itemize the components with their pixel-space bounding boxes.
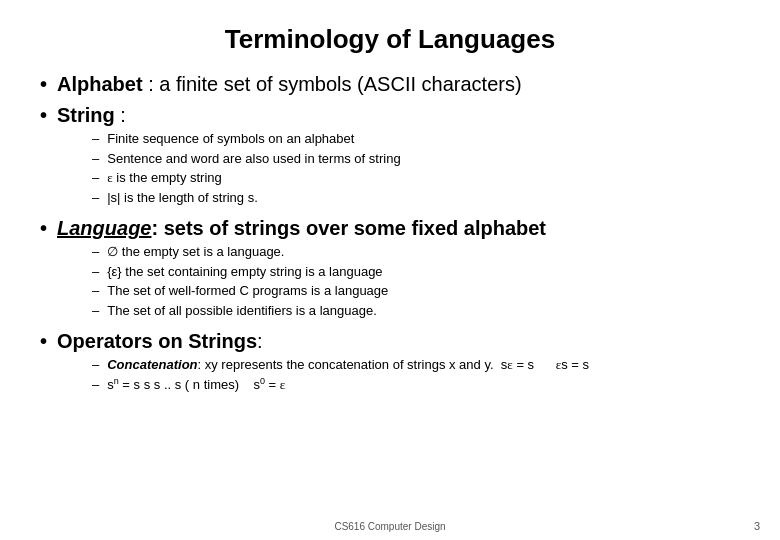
operators-subbullets: – Concatenation: xy represents the conca… xyxy=(92,355,740,394)
alphabet-bold: Alphabet xyxy=(57,73,143,95)
dash-4: – xyxy=(92,188,99,208)
string-sub-3: – ε is the empty string xyxy=(92,168,740,188)
operators-label: Operators on Strings xyxy=(57,330,257,352)
lang-dash-2: – xyxy=(92,262,99,282)
string-separator: : xyxy=(115,104,126,126)
string-sub-2: – Sentence and word are also used in ter… xyxy=(92,149,740,169)
lang-dash-1: – xyxy=(92,242,99,262)
ops-sub-2: – sn = s s s .. s ( n times) s0 = ε xyxy=(92,375,740,395)
operators-bullet: • Operators on Strings: xyxy=(40,330,740,353)
lang-sub-3: – The set of well-formed C programs is a… xyxy=(92,281,740,301)
lang-sub-1: – ∅ the empty set is a language. xyxy=(92,242,740,262)
lang-sub-4: – The set of all possible identifiers is… xyxy=(92,301,740,321)
alphabet-label: Alphabet : a finite set of symbols (ASCI… xyxy=(57,73,522,96)
dash-3: – xyxy=(92,168,99,188)
language-bullet: • Language: sets of strings over some fi… xyxy=(40,217,740,240)
language-section: • Language: sets of strings over some fi… xyxy=(40,217,740,324)
string-label: String : xyxy=(57,104,126,127)
string-sub-4: – |s| is the length of string s. xyxy=(92,188,740,208)
lang-sub-text-4: The set of all possible identifiers is a… xyxy=(107,301,377,321)
string-sub-text-2: Sentence and word are also used in terms… xyxy=(107,149,400,169)
lang-sub-2: – {ε} the set containing empty string is… xyxy=(92,262,740,282)
lang-sub-text-3: The set of well-formed C programs is a l… xyxy=(107,281,388,301)
ops-dash-2: – xyxy=(92,375,99,395)
string-sub-text-1: Finite sequence of symbols on an alphabe… xyxy=(107,129,354,149)
lang-sub-text-2: {ε} the set containing empty string is a… xyxy=(107,262,382,282)
language-rest: : sets of strings over some fixed alphab… xyxy=(151,217,546,239)
footer-text: CS616 Computer Design xyxy=(0,521,780,532)
lang-sub-text-1: ∅ the empty set is a language. xyxy=(107,242,284,262)
ops-dash-1: – xyxy=(92,355,99,375)
string-bullet: • String : xyxy=(40,104,740,127)
slide: Terminology of Languages • Alphabet : a … xyxy=(0,0,780,540)
bullet-dot-alphabet: • xyxy=(40,73,47,96)
dash-2: – xyxy=(92,149,99,169)
language-subbullets: – ∅ the empty set is a language. – {ε} t… xyxy=(92,242,740,320)
lang-dash-4: – xyxy=(92,301,99,321)
string-sub-text-4: |s| is the length of string s. xyxy=(107,188,258,208)
bullet-dot-string: • xyxy=(40,104,47,127)
ops-sub-text-1: Concatenation: xy represents the concate… xyxy=(107,355,589,375)
alphabet-section: • Alphabet : a finite set of symbols (AS… xyxy=(40,73,740,98)
dash-1: – xyxy=(92,129,99,149)
operators-rest: : xyxy=(257,330,263,352)
alphabet-bullet: • Alphabet : a finite set of symbols (AS… xyxy=(40,73,740,96)
language-label-wrapper: Language: sets of strings over some fixe… xyxy=(57,217,546,240)
ops-sub-text-2: sn = s s s .. s ( n times) s0 = ε xyxy=(107,375,285,395)
string-bold: String xyxy=(57,104,115,126)
bullet-dot-language: • xyxy=(40,217,47,240)
operators-label-wrapper: Operators on Strings: xyxy=(57,330,263,353)
string-section: • String : – Finite sequence of symbols … xyxy=(40,104,740,211)
string-subbullets: – Finite sequence of symbols on an alpha… xyxy=(92,129,740,207)
lang-dash-3: – xyxy=(92,281,99,301)
page-number: 3 xyxy=(754,520,760,532)
string-sub-1: – Finite sequence of symbols on an alpha… xyxy=(92,129,740,149)
bullet-dot-operators: • xyxy=(40,330,47,353)
string-sub-text-3: ε is the empty string xyxy=(107,168,222,188)
alphabet-text: : a finite set of symbols (ASCII charact… xyxy=(143,73,522,95)
language-label: Language xyxy=(57,217,151,239)
slide-title: Terminology of Languages xyxy=(40,24,740,55)
ops-sub-1: – Concatenation: xy represents the conca… xyxy=(92,355,740,375)
operators-section: • Operators on Strings: – Concatenation:… xyxy=(40,330,740,398)
